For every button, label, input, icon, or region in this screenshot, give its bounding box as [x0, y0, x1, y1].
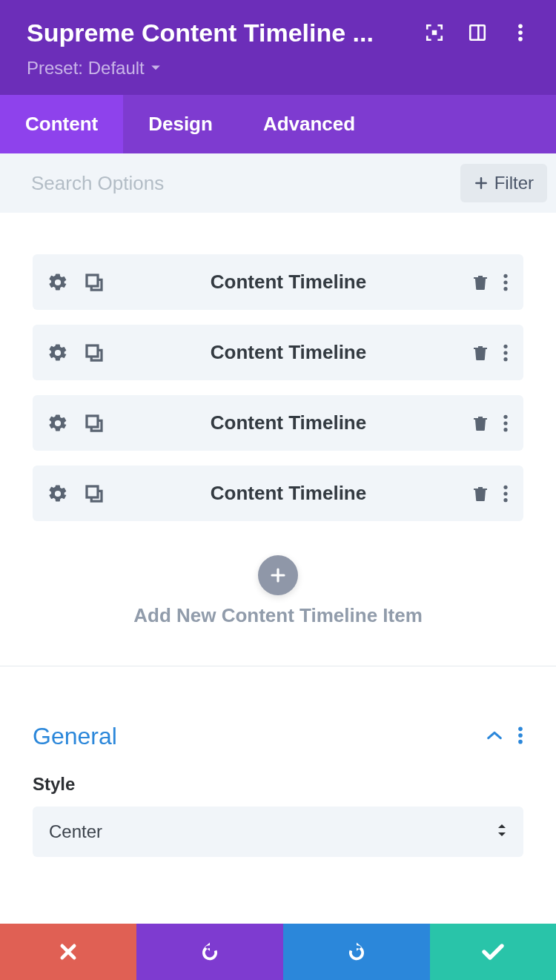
svg-point-15: [503, 414, 507, 418]
preset-label: Preset: Default: [27, 58, 145, 79]
timeline-item[interactable]: Content Timeline: [33, 254, 523, 310]
content-panel: Content Timeline Content Timeline Conten…: [0, 213, 556, 696]
item-label: Content Timeline: [105, 271, 471, 294]
svg-point-7: [503, 274, 507, 277]
tab-design[interactable]: Design: [123, 95, 238, 153]
redo-icon: [345, 941, 368, 963]
timeline-item[interactable]: Content Timeline: [33, 395, 523, 451]
duplicate-icon[interactable]: [83, 483, 105, 505]
svg-point-11: [503, 344, 507, 348]
duplicate-icon[interactable]: [83, 271, 105, 294]
add-item-button[interactable]: [258, 555, 298, 595]
svg-point-13: [503, 357, 507, 361]
module-title: Supreme Content Timeline ...: [27, 19, 406, 47]
style-select[interactable]: Center: [33, 807, 523, 857]
item-right-controls: [471, 273, 509, 292]
svg-point-22: [518, 726, 523, 731]
more-vertical-icon[interactable]: [503, 273, 509, 292]
section-divider: [0, 666, 556, 666]
svg-point-24: [518, 739, 523, 744]
general-section: General Style Center: [0, 696, 556, 857]
close-icon: [58, 941, 79, 962]
svg-point-20: [503, 491, 507, 495]
trash-icon[interactable]: [471, 414, 489, 433]
gear-icon[interactable]: [47, 342, 68, 363]
settings-tabs: Content Design Advanced: [0, 95, 556, 153]
plus-icon: [269, 566, 287, 584]
trash-icon[interactable]: [471, 273, 489, 292]
more-vertical-icon[interactable]: [503, 414, 509, 433]
svg-point-3: [518, 24, 523, 29]
svg-rect-2: [477, 25, 480, 40]
svg-rect-18: [87, 486, 98, 497]
item-left-controls: [47, 483, 105, 505]
item-label: Content Timeline: [105, 411, 471, 434]
more-vertical-icon[interactable]: [517, 726, 523, 748]
duplicate-icon[interactable]: [83, 412, 105, 434]
tab-content[interactable]: Content: [0, 95, 123, 153]
expand-icon[interactable]: [420, 18, 449, 47]
select-caret-icon: [497, 821, 507, 842]
more-vertical-icon[interactable]: [506, 18, 535, 47]
check-icon: [481, 942, 505, 961]
svg-rect-14: [87, 416, 98, 427]
footer-actions: [0, 924, 556, 980]
trash-icon[interactable]: [471, 343, 489, 362]
item-right-controls: [471, 484, 509, 503]
item-right-controls: [471, 343, 509, 362]
add-item-label: Add New Content Timeline Item: [33, 604, 523, 627]
preset-selector[interactable]: Preset: Default: [27, 58, 535, 79]
item-label: Content Timeline: [105, 341, 471, 364]
item-right-controls: [471, 414, 509, 433]
svg-point-19: [503, 485, 507, 489]
search-input[interactable]: [31, 172, 451, 195]
general-header-controls: [486, 726, 523, 748]
gear-icon[interactable]: [47, 413, 68, 434]
layout-columns-icon[interactable]: [463, 18, 492, 47]
item-label: Content Timeline: [105, 482, 471, 505]
svg-point-16: [503, 421, 507, 425]
gear-icon[interactable]: [47, 272, 68, 293]
timeline-item[interactable]: Content Timeline: [33, 325, 523, 380]
more-vertical-icon[interactable]: [503, 484, 509, 503]
svg-point-5: [518, 37, 523, 42]
tab-advanced[interactable]: Advanced: [238, 95, 380, 153]
add-area: Add New Content Timeline Item: [33, 555, 523, 627]
style-field-label: Style: [33, 774, 523, 795]
more-vertical-icon[interactable]: [503, 343, 509, 362]
duplicate-icon[interactable]: [83, 342, 105, 364]
svg-point-8: [503, 280, 507, 284]
module-header: Supreme Content Timeline ... Preset: Def…: [0, 0, 556, 95]
svg-point-4: [518, 30, 523, 35]
svg-rect-6: [87, 275, 98, 286]
timeline-item[interactable]: Content Timeline: [33, 466, 523, 521]
svg-point-17: [503, 428, 507, 431]
style-select-value: Center: [49, 821, 102, 842]
chevron-up-icon[interactable]: [486, 729, 503, 744]
filter-label: Filter: [494, 173, 534, 193]
svg-point-12: [503, 351, 507, 354]
redo-button[interactable]: [283, 924, 430, 980]
svg-point-9: [503, 287, 507, 291]
item-left-controls: [47, 342, 105, 364]
plus-icon: [474, 176, 489, 191]
undo-button[interactable]: [136, 924, 283, 980]
general-header[interactable]: General: [33, 723, 523, 750]
cancel-button[interactable]: [0, 924, 136, 980]
save-button[interactable]: [430, 924, 556, 980]
undo-icon: [199, 941, 221, 963]
caret-down-icon: [150, 64, 161, 72]
header-top-row: Supreme Content Timeline ...: [27, 18, 535, 47]
svg-point-23: [518, 733, 523, 738]
trash-icon[interactable]: [471, 484, 489, 503]
item-left-controls: [47, 271, 105, 294]
svg-rect-0: [432, 30, 437, 36]
gear-icon[interactable]: [47, 483, 68, 504]
svg-point-21: [503, 498, 507, 502]
item-left-controls: [47, 412, 105, 434]
filter-button[interactable]: Filter: [460, 164, 547, 202]
svg-rect-10: [87, 345, 98, 357]
general-title: General: [33, 723, 486, 750]
search-bar: Filter: [0, 153, 556, 213]
